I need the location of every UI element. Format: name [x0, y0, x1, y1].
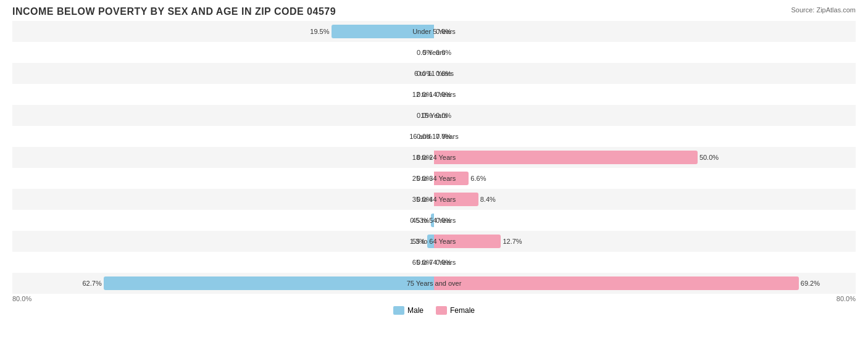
female-value: 6.6% [470, 175, 486, 182]
female-value: 0.0% [436, 217, 451, 224]
female-legend-box [436, 306, 447, 315]
table-row: 0.0%0.0%15 Years [12, 105, 856, 126]
female-bar [434, 235, 501, 248]
female-value: 0.0% [436, 259, 451, 266]
female-value: 0.0% [436, 28, 451, 35]
male-value: 62.7% [83, 280, 102, 287]
table-row: 0.0%0.0%16 and 17 Years [12, 126, 856, 147]
female-value: 50.0% [699, 154, 719, 161]
female-value: 0.0% [436, 49, 451, 56]
axis-right: 80.0% [837, 295, 856, 302]
axis-left: 80.0% [12, 295, 31, 302]
female-value: 0.0% [436, 91, 451, 98]
table-row: 0.0%0.0%5 Years [12, 42, 856, 63]
source-text: Source: ZipAtlas.com [791, 6, 856, 14]
chart-container: INCOME BELOW POVERTY BY SEX AND AGE IN Z… [0, 0, 868, 345]
male-bar [431, 214, 434, 227]
male-value: 0.0% [417, 175, 432, 182]
female-value: 8.4% [480, 196, 496, 203]
table-row: 0.0%0.0%65 to 74 Years [12, 252, 856, 273]
table-row: 0.0%8.4%35 to 44 Years [12, 189, 856, 210]
male-value: 0.53% [410, 217, 429, 224]
female-value: 0.0% [436, 133, 451, 140]
axis-labels: 80.0% 80.0% [12, 295, 856, 302]
male-value: 0.0% [417, 259, 432, 266]
table-row: 1.3%12.7%55 to 64 Years [12, 231, 856, 252]
female-value: 0.0% [436, 70, 451, 77]
male-legend-label: Male [407, 306, 424, 315]
male-value: 0.0% [417, 112, 432, 119]
male-value: 19.5% [310, 28, 329, 35]
female-value: 69.2% [801, 280, 820, 287]
table-row: 0.0%0.0%6 to 11 Years [12, 63, 856, 84]
male-value: 0.0% [417, 154, 432, 161]
table-row: 0.0%0.0%12 to 14 Years [12, 84, 856, 105]
male-legend-box [393, 306, 404, 315]
table-row: 0.0%6.6%25 to 34 Years [12, 168, 856, 189]
male-bar [332, 25, 434, 38]
table-row: 0.53%0.0%45 to 54 Years [12, 210, 856, 231]
male-value: 0.0% [417, 133, 432, 140]
legend: Male Female [12, 306, 856, 315]
male-value: 0.0% [417, 49, 432, 56]
male-value: 1.3% [410, 238, 425, 245]
table-row: 62.7%69.2%75 Years and over [12, 273, 856, 294]
table-row: 19.5%0.0%Under 5 Years [12, 21, 856, 42]
legend-male: Male [393, 306, 424, 315]
table-row: 0.0%50.0%18 to 24 Years [12, 147, 856, 168]
female-value: 12.7% [503, 238, 522, 245]
female-bar [434, 193, 478, 206]
female-bar [434, 172, 469, 185]
chart-title: INCOME BELOW POVERTY BY SEX AND AGE IN Z… [12, 6, 856, 17]
male-bar [104, 276, 434, 290]
female-value: 0.0% [436, 112, 451, 119]
female-legend-label: Female [450, 306, 475, 315]
chart-rows-wrapper: 19.5%0.0%Under 5 Years0.0%0.0%5 Years0.0… [12, 21, 856, 294]
male-bar [427, 235, 434, 248]
female-bar [434, 151, 698, 164]
male-value: 0.0% [417, 70, 432, 77]
legend-female: Female [436, 306, 475, 315]
male-value: 0.0% [417, 91, 432, 98]
male-value: 0.0% [417, 196, 432, 203]
female-bar [434, 276, 799, 290]
